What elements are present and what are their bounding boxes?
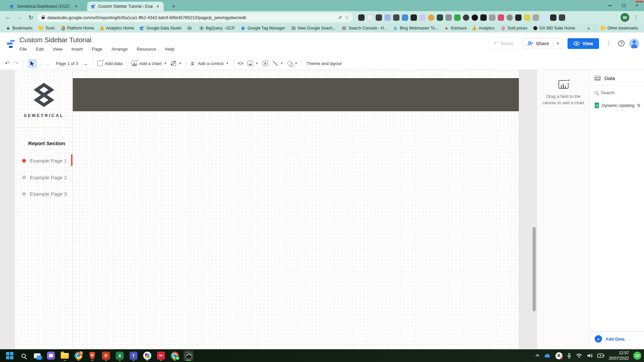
data-search-input[interactable] [601,90,638,95]
menu-file[interactable]: File [19,47,27,52]
back-button[interactable]: ← [3,14,13,21]
volume-icon[interactable] [587,353,593,358]
menu-edit[interactable]: Edit [36,47,44,52]
bookmark-item[interactable]: ★ Bookmarks [3,25,35,31]
more-options-icon[interactable]: ⋮ [604,40,613,47]
bookmark-item[interactable]: ★ Kochava [442,25,469,31]
browser-profile-avatar[interactable]: W [621,13,629,22]
bookmark-item[interactable]: Analytics [470,25,497,31]
bookmark-item[interactable]: Search Console - H... [339,25,389,31]
notification-count-badge[interactable]: 23 [633,352,641,360]
canvas-scrollbar[interactable] [533,227,536,311]
bookmark-item[interactable]: Sold prices [498,25,530,31]
add-data-footer-button[interactable]: + Add Data [590,331,644,346]
help-icon[interactable]: ? [618,40,625,47]
data-source-item[interactable]: Dynamic Updating... ⇅ [590,99,644,112]
other-bookmarks-button[interactable]: Other bookmarks [598,25,641,31]
share-dropdown-caret[interactable]: ▼ [553,39,562,48]
menu-arrange[interactable]: Arrange [111,47,127,52]
lock-icon[interactable] [42,17,45,19]
task-view-icon[interactable] [32,350,42,361]
extension-icon[interactable] [454,14,461,21]
add-control-button[interactable]: Add a control ▼ [191,61,229,66]
wifi-icon[interactable] [576,353,582,358]
reload-button[interactable]: ↻ [26,14,36,21]
undo-button[interactable]: ↶ [5,61,9,66]
bookmark-item[interactable] [185,25,196,31]
view-button[interactable]: View [568,38,599,49]
tray-expand-chevron-icon[interactable] [536,354,539,358]
brave-icon[interactable] [87,350,97,361]
battery-icon[interactable] [597,354,604,358]
extension-icon[interactable] [533,14,539,21]
previous-page-button[interactable]: ← [46,61,52,66]
extension-icon[interactable] [445,14,452,21]
window-maximize-button[interactable] [622,4,625,7]
window-minimize-button[interactable] [608,5,612,6]
image-button[interactable]: ▼ [248,61,258,66]
chat-icon[interactable] [46,350,56,361]
taskbar-search-icon[interactable] [18,350,29,361]
extension-icon[interactable] [515,14,522,21]
microphone-icon[interactable] [567,353,572,359]
extension-icon[interactable] [463,14,469,21]
window-close-button[interactable]: ✕ [635,3,639,8]
tab-close-icon[interactable]: ✕ [155,4,160,9]
menu-insert[interactable]: Insert [71,47,83,52]
onedrive-icon[interactable] [544,353,551,358]
report-header-bar[interactable] [73,78,519,111]
menu-help[interactable]: Help [165,47,174,52]
extension-icon[interactable] [489,14,495,21]
browser-tab-1[interactable]: Semetrical Dashboard (2022) › A ✕ [6,2,83,11]
bookmark-item[interactable]: Analytics Home [98,25,136,31]
bookmark-item[interactable]: b Bing Webmaster To... [391,25,440,31]
tab-close-icon[interactable]: ✕ [74,4,79,9]
user-avatar[interactable] [629,39,639,49]
bitwarden-icon[interactable]: B [555,352,562,359]
menu-page[interactable]: Page [92,47,103,52]
slack-icon[interactable] [142,350,152,361]
extension-icon[interactable] [376,14,382,21]
taskbar-clock[interactable]: 12:57 20/07/2022 [609,350,629,361]
excel-icon[interactable]: X [115,350,125,361]
nav-example-page-3[interactable]: Example Page 3 [22,191,72,197]
teams-icon[interactable]: T [128,350,139,361]
start-button[interactable] [5,350,15,361]
extension-icon[interactable] [419,14,426,21]
community-visualizations-button[interactable]: ▼ [171,61,181,66]
nav-example-page-2[interactable]: Example Page 2 [22,175,72,180]
address-bar[interactable]: datastudio.google.com/u/0/reporting/b35a… [38,13,353,22]
add-data-button[interactable]: Add data [97,61,122,66]
extension-icon[interactable] [428,14,434,21]
extension-icon[interactable] [411,14,417,21]
extension-icon[interactable] [358,14,365,21]
new-tab-button[interactable]: + [169,3,178,10]
add-chart-button[interactable]: Add a chart ▼ [131,61,167,66]
extension-icon[interactable] [506,14,513,21]
bookmark-item[interactable]: Platform Home [58,25,96,31]
extension-icon[interactable] [524,14,530,21]
browser-menu-icon[interactable]: ⋮ [631,14,641,21]
text-box-button[interactable]: A [263,61,268,66]
bookmark-item[interactable]: Tools [36,25,57,31]
chrome-icon[interactable] [73,350,84,361]
embed-button[interactable]: <> [238,61,243,66]
bookmark-item[interactable]: GA 360 Suite Home [531,25,577,31]
obs-icon-active[interactable] [183,350,194,361]
select-tool-button[interactable] [28,59,37,68]
extension-icon[interactable] [472,14,478,21]
bookmarks-overflow-chevron[interactable]: » [585,25,593,31]
menu-view[interactable]: View [53,47,62,52]
bookmark-item[interactable]: Google Data Studio [138,25,184,31]
reset-button[interactable]: ↶ Reset [489,38,518,49]
extension-icon[interactable] [393,14,399,21]
extension-icon[interactable] [541,14,548,21]
report-page[interactable]: SEMETRICAL Report Section Example Page 1… [15,70,519,349]
bookmark-item[interactable]: BigQuery - GCP [197,25,237,31]
next-page-button[interactable]: → [83,61,88,66]
extension-icon[interactable] [384,14,391,21]
powerpoint-icon[interactable]: P [101,350,111,361]
report-title[interactable]: Custom Sidebar Tutorial [19,36,92,44]
file-explorer-icon[interactable] [60,350,70,361]
extension-icon[interactable] [367,14,373,21]
